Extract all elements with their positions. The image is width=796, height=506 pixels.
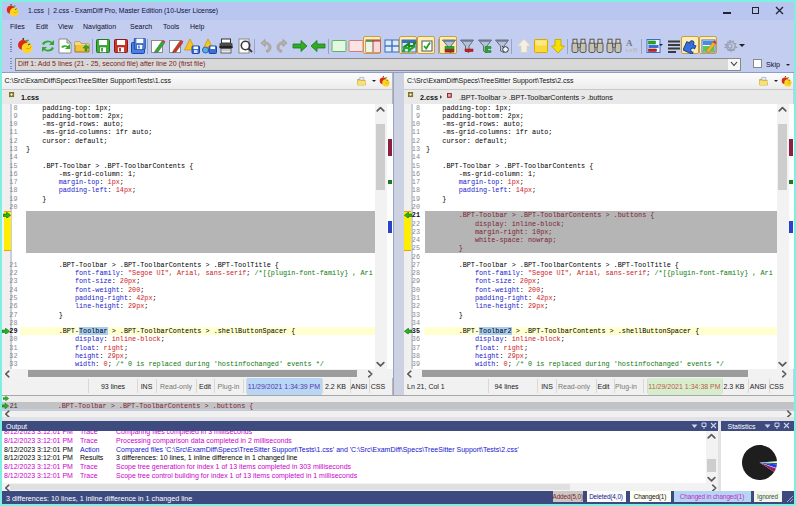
svg-text:B: B [633, 46, 638, 54]
